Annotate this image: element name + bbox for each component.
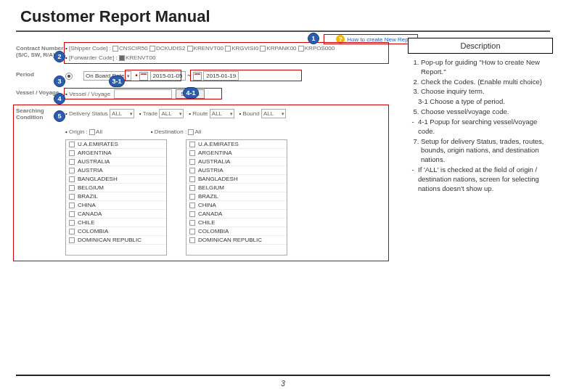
checkbox[interactable] <box>189 142 195 147</box>
checkbox[interactable] <box>189 194 195 200</box>
forwarder-codes: • [Forwarder Code] : KRENVT00 <box>65 53 386 62</box>
desc-item-sub: If 'ALL' is checked at the field of orig… <box>418 166 550 193</box>
checkbox[interactable] <box>189 150 195 156</box>
badge-5: 5 <box>54 110 65 122</box>
list-item[interactable]: CHILE <box>186 219 287 227</box>
trade-select[interactable]: ALL <box>159 109 184 118</box>
checkbox[interactable] <box>112 46 118 52</box>
checkbox[interactable] <box>69 159 75 165</box>
code: DCKUDIS2 <box>156 45 185 52</box>
checkbox[interactable] <box>189 237 195 243</box>
checkbox[interactable] <box>69 229 75 234</box>
checkbox[interactable] <box>69 203 75 208</box>
bound-select[interactable]: ALL <box>261 109 286 118</box>
list-item[interactable]: COLOMBIA <box>186 227 287 236</box>
checkbox[interactable] <box>189 220 195 226</box>
list-item[interactable]: AUSTRIA <box>186 166 287 175</box>
desc-item: Choose vessel/voyage code. <box>421 107 550 117</box>
desc-item-sub: 4-1 Popup for searching vessel/voyage co… <box>418 118 550 136</box>
radio-selected[interactable] <box>65 73 73 80</box>
list-item[interactable]: BRAZIL <box>186 192 287 201</box>
list-item[interactable]: CANADA <box>186 210 287 219</box>
description-header: Description <box>408 38 553 54</box>
description-panel: Description Pop-up for guiding "How to c… <box>408 38 553 194</box>
divider-top <box>16 30 550 32</box>
calendar-icon[interactable] <box>193 72 202 81</box>
checkbox[interactable] <box>149 46 155 52</box>
checkbox[interactable] <box>69 237 75 243</box>
content-area: ? How to create New Report 1 Description… <box>16 38 550 357</box>
row-vessel: Vessel / Voyage • Vessel / Voyage Search <box>16 86 386 100</box>
list-item[interactable]: AUSTRALIA <box>66 158 166 166</box>
label-vessel-field: Vessel / Voyage <box>69 91 110 97</box>
vessel-input[interactable] <box>114 89 172 99</box>
checkbox[interactable] <box>69 185 75 191</box>
all-text: All <box>96 128 102 135</box>
origin-listbox[interactable]: U.A.EMIRATESARGENTINAAUSTRALIAAUSTRIABAN… <box>65 139 167 256</box>
badge-2: 2 <box>54 51 65 62</box>
page-title: Customer Report Manual <box>0 0 566 30</box>
checkbox[interactable] <box>298 46 304 52</box>
calendar-icon[interactable] <box>139 72 148 81</box>
label-shipper: [Shipper Code] : <box>69 45 111 52</box>
list-item[interactable]: CHINA <box>66 201 166 210</box>
description-list: Pop-up for guiding "How to create New Re… <box>408 54 553 193</box>
desc-item: Check the Codes. (Enable multi choice) <box>421 78 550 87</box>
checkbox[interactable] <box>189 211 195 217</box>
label-origin: Origin : <box>69 128 88 135</box>
list-item[interactable]: AUSTRALIA <box>186 158 287 166</box>
checkbox[interactable] <box>69 176 75 182</box>
list-item[interactable]: CANADA <box>66 210 166 219</box>
checkbox-all-origin[interactable] <box>89 129 95 135</box>
date-to[interactable]: 2015-01-19 <box>203 71 239 81</box>
checkbox[interactable] <box>189 185 195 191</box>
checkbox[interactable] <box>260 46 266 52</box>
list-item[interactable]: AUSTRIA <box>66 166 166 175</box>
checkbox[interactable] <box>119 55 125 61</box>
list-item[interactable]: U.A.EMIRATES <box>66 140 166 149</box>
list-item[interactable]: CHINA <box>186 201 287 210</box>
route-select[interactable]: ALL <box>210 109 234 118</box>
checkbox[interactable] <box>189 168 195 173</box>
list-item[interactable]: BELGIUM <box>186 184 287 192</box>
checkbox[interactable] <box>189 176 195 182</box>
checkbox[interactable] <box>69 220 75 226</box>
code: KRENVT00 <box>194 45 223 52</box>
form-panel: Contract Number (S/C, SW, R/A) • [Shippe… <box>16 42 386 257</box>
badge-3: 3 <box>54 75 65 87</box>
checkbox[interactable] <box>69 142 75 147</box>
dest-listbox[interactable]: U.A.EMIRATESARGENTINAAUSTRALIAAUSTRIABAN… <box>186 139 287 256</box>
list-item[interactable]: ARGENTINA <box>66 149 166 158</box>
list-item[interactable]: DOMINICAN REPUBLIC <box>66 236 166 245</box>
badge-4-1: 4-1 <box>183 87 199 99</box>
divider-bottom <box>16 375 550 376</box>
checkbox[interactable] <box>189 203 195 208</box>
label-dest: Destination : <box>155 128 186 135</box>
desc-item: Pop-up for guiding "How to create New Re… <box>421 58 550 77</box>
code: KRPANK00 <box>266 45 296 52</box>
checkbox[interactable] <box>189 229 195 234</box>
list-item[interactable]: BANGLADESH <box>186 175 287 184</box>
date-from[interactable]: 2015-01-05 <box>150 71 186 81</box>
list-item[interactable]: ARGENTINA <box>186 149 287 158</box>
list-item[interactable]: BRAZIL <box>66 192 166 201</box>
checkbox[interactable] <box>69 211 75 217</box>
checkbox[interactable] <box>69 194 75 200</box>
checkbox[interactable] <box>189 159 195 165</box>
delivery-select[interactable]: ALL <box>110 109 134 118</box>
checkbox[interactable] <box>187 46 193 52</box>
checkbox[interactable] <box>69 150 75 156</box>
label-forwarder: [Forwarder Code] : <box>69 54 118 61</box>
list-item[interactable]: DOMINICAN REPUBLIC <box>186 236 287 245</box>
checkbox[interactable] <box>225 46 231 52</box>
desc-item-sub: 3-1 Choose a type of period. <box>418 97 550 107</box>
checkbox-all-dest[interactable] <box>188 129 194 135</box>
list-item[interactable]: COLOMBIA <box>66 227 166 236</box>
list-item[interactable]: U.A.EMIRATES <box>186 140 287 149</box>
label-bound: Bound <box>243 110 260 117</box>
list-item[interactable]: CHILE <box>66 219 166 227</box>
list-item[interactable]: BANGLADESH <box>66 175 166 184</box>
checkbox[interactable] <box>69 168 75 173</box>
list-item[interactable]: BELGIUM <box>66 184 166 192</box>
row-period: Period On Board Date • 2015-01-05 ~ 2015… <box>16 68 386 82</box>
